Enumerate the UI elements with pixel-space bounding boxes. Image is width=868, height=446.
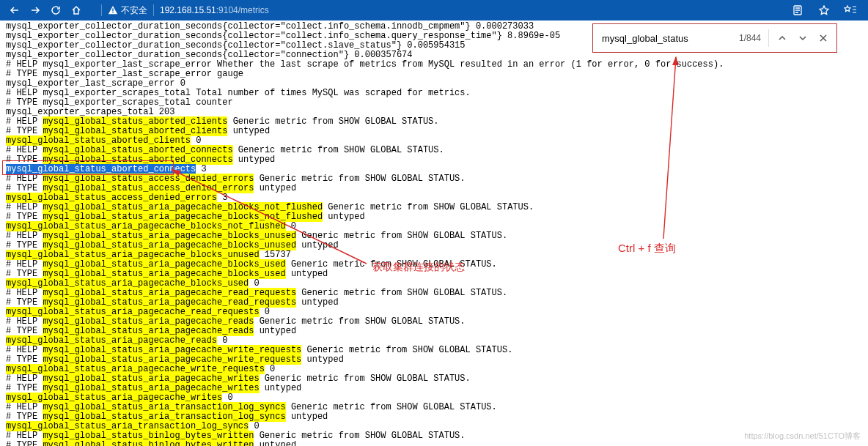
warning-icon (108, 5, 118, 15)
svg-rect-1 (112, 12, 113, 12)
favorite-button[interactable] (811, 0, 837, 21)
url-host: 192.168.15.51 (160, 5, 216, 15)
annotation-label-2: Ctrl + f 查询 (618, 242, 676, 256)
favorites-bar-button[interactable] (837, 0, 864, 21)
svg-rect-0 (112, 8, 113, 11)
back-button[interactable] (4, 1, 25, 20)
annotation-label-1: 获取集群连接的状态 (372, 261, 465, 274)
watermark: https://blog.csdn.net/51CTO博客 (744, 431, 861, 442)
reader-button[interactable] (784, 0, 811, 21)
browser-toolbar: 不安全 192.168.15.51:9104/metrics (0, 0, 868, 21)
find-count: 1/844 (739, 33, 761, 43)
home-button[interactable] (66, 1, 87, 20)
url-path: :9104/metrics (216, 5, 269, 15)
find-next-button[interactable] (792, 28, 813, 48)
insecure-label: 不安全 (121, 4, 147, 17)
forward-button[interactable] (25, 1, 45, 20)
find-bar: 1/844 (592, 23, 837, 53)
address-bar[interactable]: 不安全 192.168.15.51:9104/metrics (91, 0, 784, 21)
metrics-text: mysql_exporter_collector_duration_second… (0, 21, 868, 446)
find-close-button[interactable] (813, 28, 834, 48)
refresh-button[interactable] (45, 1, 66, 20)
find-prev-button[interactable] (772, 28, 792, 48)
find-input[interactable] (602, 33, 712, 44)
